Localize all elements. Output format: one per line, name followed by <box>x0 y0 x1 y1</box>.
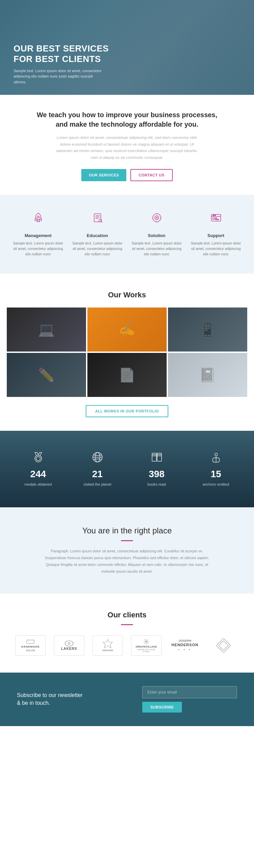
globe-label: visited the planet <box>83 482 111 486</box>
anchor-icon <box>190 451 242 466</box>
feature-management: Management Sample text. Lorem ipsum dolo… <box>12 212 64 257</box>
newsletter-email-input[interactable] <box>142 686 237 698</box>
work-item[interactable] <box>7 353 86 397</box>
feature-management-title: Management <box>12 233 64 238</box>
right-place-title: You are in the right place <box>34 526 220 535</box>
svg-line-6 <box>101 221 102 223</box>
client-vintage: VINTAGE <box>92 635 123 656</box>
svg-rect-19 <box>215 219 219 220</box>
newsletter-form: SUBSCRIBE <box>142 686 237 713</box>
rocket-icon <box>12 212 64 230</box>
anchors-label: anchors omitted <box>203 482 229 486</box>
clients-divider <box>121 624 133 625</box>
contact-us-button[interactable]: CONTACT US <box>130 169 172 181</box>
svg-marker-39 <box>103 639 112 648</box>
clients-section: Our clients HANDMADE SALON LAKERS VINTAG… <box>0 594 254 673</box>
svg-point-5 <box>99 219 102 222</box>
value-prop-title: We teach you how to improve your busines… <box>27 110 227 129</box>
newsletter-text: Subscribe to our newsletter & be in touc… <box>17 692 83 707</box>
client-henderson: Joseph HENDERSON • • • <box>170 635 200 656</box>
svg-rect-34 <box>27 640 34 643</box>
portfolio-button-row: ALL WORKS IN OUR PORTFOLIO <box>7 405 247 417</box>
stat-anchors: 15 anchors omitted <box>190 451 242 487</box>
books-number: 398 <box>130 469 183 480</box>
work-item[interactable] <box>168 353 247 397</box>
svg-rect-1 <box>94 214 101 222</box>
svg-rect-44 <box>216 638 231 652</box>
client-greatevillage: GREATEVILLAGE GROW UP YOUR STORY <box>131 635 162 656</box>
hero-subtitle: Sample text. Lorem ipsum dolor sit amet,… <box>14 68 102 85</box>
svg-point-38 <box>68 642 70 644</box>
svg-rect-45 <box>219 640 228 650</box>
clients-logos-row: HANDMADE SALON LAKERS VINTAGE GREATEVILL… <box>10 635 244 656</box>
subscribe-button[interactable]: SUBSCRIBE <box>142 702 182 713</box>
solution-icon <box>130 212 183 230</box>
feature-solution-desc: Sample text. Lorem ipsum dolor sit amet,… <box>130 241 183 257</box>
hero-section: OUR BEST SERVICES FOR BEST CLIENTS Sampl… <box>0 0 254 95</box>
medals-label: medals obtained <box>24 482 52 486</box>
newsletter-section: Subscribe to our newsletter & be in touc… <box>0 673 254 726</box>
svg-point-31 <box>215 453 217 456</box>
feature-education-desc: Sample text. Lorem ipsum dolor sit amet,… <box>71 241 124 257</box>
works-title: Our Works <box>7 291 247 299</box>
medal-icon <box>12 451 64 466</box>
feature-education: Education Sample text. Lorem ipsum dolor… <box>71 212 124 257</box>
stat-globe: 21 visited the planet <box>71 451 124 487</box>
works-section: Our Works ALL WORKS IN OUR PORTFOLIO <box>0 274 254 431</box>
svg-point-15 <box>213 215 214 216</box>
svg-point-20 <box>35 455 42 462</box>
stat-medals: 244 medals obtained <box>12 451 64 487</box>
works-grid <box>7 308 247 397</box>
medals-number: 244 <box>12 469 64 480</box>
feature-support-title: Support <box>190 233 242 238</box>
work-item[interactable] <box>7 308 86 352</box>
features-section: Management Sample text. Lorem ipsum dolo… <box>0 195 254 274</box>
svg-point-0 <box>37 216 39 218</box>
portfolio-button[interactable]: ALL WORKS IN OUR PORTFOLIO <box>86 405 168 417</box>
right-place-section: You are in the right place Paragraph. Lo… <box>0 507 254 593</box>
work-item[interactable] <box>87 308 167 352</box>
support-icon <box>190 212 242 230</box>
anchors-number: 15 <box>190 469 242 480</box>
svg-point-21 <box>36 457 40 461</box>
feature-support: Support Sample text. Lorem ipsum dolor s… <box>190 212 242 257</box>
our-services-button[interactable]: OUR SERVICES <box>81 169 126 181</box>
clients-title: Our clients <box>10 611 244 619</box>
features-grid: Management Sample text. Lorem ipsum dolo… <box>12 212 242 257</box>
feature-management-desc: Sample text. Lorem ipsum dolor sit amet,… <box>12 241 64 257</box>
value-prop-description: Lorem ipsum dolor sit amet, consectetuar… <box>56 134 198 161</box>
svg-rect-17 <box>213 218 215 219</box>
svg-point-37 <box>65 641 73 646</box>
value-prop-section: We teach you how to improve your busines… <box>0 95 254 195</box>
globe-icon <box>71 451 124 466</box>
stat-books: 398 books read <box>130 451 183 487</box>
hero-title: OUR BEST SERVICES FOR BEST CLIENTS <box>14 43 109 64</box>
feature-solution: Solution Sample text. Lorem ipsum dolor … <box>130 212 183 257</box>
books-label: books read <box>147 482 166 486</box>
book-icon <box>130 451 183 466</box>
education-icon <box>71 212 124 230</box>
hero-content: OUR BEST SERVICES FOR BEST CLIENTS Sampl… <box>14 43 109 85</box>
svg-point-16 <box>214 215 215 216</box>
work-item[interactable] <box>87 353 167 397</box>
stats-grid: 244 medals obtained 21 visited the plane… <box>12 451 242 487</box>
feature-education-title: Education <box>71 233 124 238</box>
stats-section: 244 medals obtained 21 visited the plane… <box>0 431 254 507</box>
client-handmade: HANDMADE SALON <box>15 635 46 656</box>
value-prop-buttons: OUR SERVICES CONTACT US <box>27 169 227 181</box>
client-lakers: LAKERS <box>54 635 84 656</box>
right-place-description: Paragraph. Lorem ipsum dolor sit amet, c… <box>42 548 212 575</box>
client-diamond <box>208 635 239 656</box>
right-place-divider <box>121 540 133 541</box>
globe-number: 21 <box>71 469 124 480</box>
svg-rect-18 <box>215 218 217 218</box>
feature-solution-title: Solution <box>130 233 183 238</box>
work-item[interactable] <box>168 308 247 352</box>
feature-support-desc: Sample text. Lorem ipsum dolor sit amet,… <box>190 241 242 257</box>
